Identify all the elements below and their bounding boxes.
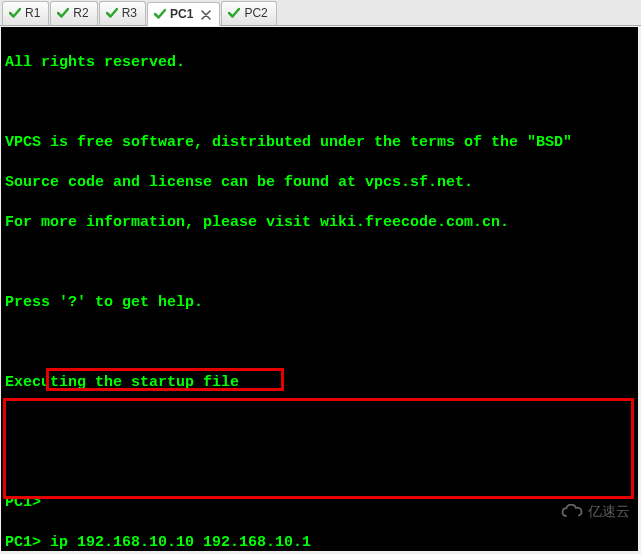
check-icon bbox=[106, 7, 118, 19]
terminal-line: VPCS is free software, distributed under… bbox=[5, 133, 634, 153]
tab-pc2[interactable]: PC2 bbox=[221, 1, 276, 25]
check-icon bbox=[9, 7, 21, 19]
tab-r3[interactable]: R3 bbox=[99, 1, 146, 25]
terminal-output: All rights reserved. VPCS is free softwa… bbox=[1, 27, 638, 551]
tab-bar: R1 R2 R3 PC1 PC2 bbox=[0, 0, 641, 26]
terminal-line bbox=[5, 453, 634, 473]
tab-label: R3 bbox=[122, 6, 137, 20]
watermark: 亿速云 bbox=[560, 503, 630, 521]
check-icon bbox=[228, 7, 240, 19]
tab-label: R1 bbox=[25, 6, 40, 20]
tab-r1[interactable]: R1 bbox=[2, 1, 49, 25]
tab-pc1[interactable]: PC1 bbox=[147, 2, 220, 26]
terminal-line: Source code and license can be found at … bbox=[5, 173, 634, 193]
terminal-line: Executing the startup file bbox=[5, 373, 634, 393]
terminal-line bbox=[5, 413, 634, 433]
check-icon bbox=[154, 8, 166, 20]
terminal-line bbox=[5, 253, 634, 273]
tab-label: PC2 bbox=[244, 6, 267, 20]
terminal[interactable]: All rights reserved. VPCS is free softwa… bbox=[1, 27, 638, 551]
terminal-line bbox=[5, 93, 634, 113]
cloud-icon bbox=[560, 504, 584, 520]
terminal-line: Press '?' to get help. bbox=[5, 293, 634, 313]
tab-r2[interactable]: R2 bbox=[50, 1, 97, 25]
close-icon[interactable] bbox=[201, 9, 211, 19]
terminal-line: For more information, please visit wiki.… bbox=[5, 213, 634, 233]
terminal-line: PC1> bbox=[5, 493, 634, 513]
check-icon bbox=[57, 7, 69, 19]
tab-label: R2 bbox=[73, 6, 88, 20]
tab-label: PC1 bbox=[170, 7, 193, 21]
terminal-line: All rights reserved. bbox=[5, 53, 634, 73]
terminal-line bbox=[5, 333, 634, 353]
watermark-text: 亿速云 bbox=[588, 503, 630, 521]
terminal-line: PC1> ip 192.168.10.10 192.168.10.1 bbox=[5, 533, 634, 551]
